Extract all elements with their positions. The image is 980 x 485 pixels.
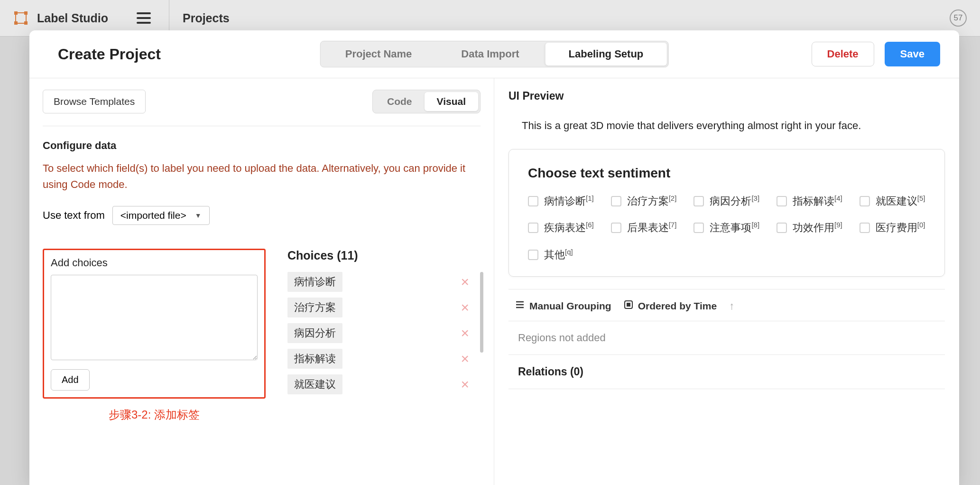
left-top-row: Browse Templates Code Visual [43,90,481,113]
chevron-down-icon: ▼ [195,212,202,219]
sentiment-option[interactable]: 病情诊断[1] [528,194,594,208]
toggle-visual[interactable]: Visual [425,92,478,111]
save-button[interactable]: Save [885,42,940,66]
choice-chip[interactable]: 治疗方案 [287,298,342,317]
delete-choice-icon[interactable]: × [461,377,469,392]
choice-row: 就医建议× [287,374,472,394]
logo-area: Label Studio [13,10,108,26]
modal-actions: Delete Save [812,42,940,66]
code-visual-toggle: Code Visual [372,90,481,113]
sentiment-option[interactable]: 注意事项[8] [693,221,759,235]
choices-textarea[interactable] [51,275,258,360]
choice-row: 病因分析× [287,323,472,343]
delete-button[interactable]: Delete [812,42,874,66]
create-project-modal: Create Project Project Name Data Import … [29,30,959,485]
checkbox-icon [693,196,704,206]
tab-project-name[interactable]: Project Name [321,41,437,67]
choice-chip[interactable]: 就医建议 [287,374,342,394]
tab-labeling-setup[interactable]: Labeling Setup [545,43,667,65]
ui-preview-panel: UI Preview This is a great 3D movie that… [494,78,959,485]
choice-row: 指标解读× [287,349,472,369]
regions-placeholder: Regions not added [508,321,945,355]
ui-preview-title: UI Preview [508,90,959,103]
logo-icon [13,10,28,26]
tab-data-import[interactable]: Data Import [436,41,544,67]
checkbox-icon [860,196,870,206]
checkbox-icon [860,223,870,233]
option-label: 医疗费用[0] [876,221,925,235]
use-text-select[interactable]: <imported file> ▼ [112,206,210,225]
choices-list-column: Choices (11) 病情诊断×治疗方案×病因分析×指标解读×就医建议× [287,249,481,422]
option-label: 疾病表述[6] [544,221,594,235]
checkbox-icon [611,223,621,233]
option-label: 指标解读[4] [793,194,842,208]
checkbox-icon [693,223,704,233]
configure-data-heading: Configure data [43,140,481,152]
option-label: 治疗方案[2] [627,194,677,208]
manual-grouping-label: Manual Grouping [529,300,611,312]
sentiment-option[interactable]: 其他[q] [528,248,573,262]
modal-tabs: Project Name Data Import Labeling Setup [320,41,669,67]
option-label: 后果表述[7] [627,221,677,235]
checkbox-icon [777,223,787,233]
choices-list: 病情诊断×治疗方案×病因分析×指标解读×就医建议× [287,272,481,394]
toggle-code[interactable]: Code [375,92,425,111]
add-choices-label: Add choices [51,257,258,269]
labeling-config-panel: Browse Templates Code Visual Configure d… [29,78,494,485]
breadcrumb[interactable]: Projects [183,11,230,25]
modal-title: Create Project [58,46,161,63]
add-choices-column: Add choices Add 步骤3-2: 添加标签 [43,249,266,422]
manual-grouping-button[interactable]: Manual Grouping [515,300,611,312]
sentiment-option[interactable]: 疾病表述[6] [528,221,594,235]
browse-templates-button[interactable]: Browse Templates [43,90,146,113]
choice-chip[interactable]: 指标解读 [287,349,342,369]
option-label: 其他[q] [544,248,573,262]
use-text-value: <imported file> [120,210,186,221]
choice-chip[interactable]: 病情诊断 [287,272,342,292]
sentiment-option[interactable]: 病因分析[3] [693,194,759,208]
modal-body: Browse Templates Code Visual Configure d… [29,78,959,485]
option-label: 功效作用[9] [793,221,842,235]
sentiment-card: Choose text sentiment 病情诊断[1]治疗方案[2]病因分析… [508,149,945,277]
sentiment-options: 病情诊断[1]治疗方案[2]病因分析[3]指标解读[4]就医建议[5]疾病表述[… [528,194,925,262]
svg-rect-12 [627,303,630,307]
sentiment-option[interactable]: 指标解读[4] [777,194,842,208]
relations-title[interactable]: Relations (0) [508,355,945,389]
choices-count-title: Choices (11) [287,249,481,262]
choice-chip[interactable]: 病因分析 [287,323,342,343]
preview-sample-text: This is a great 3D movie that delivers e… [508,120,959,132]
checkbox-icon [528,223,538,233]
checkbox-icon [528,196,538,206]
use-text-label: Use text from [43,209,105,222]
delete-choice-icon[interactable]: × [461,326,469,340]
arrow-up-icon[interactable]: ↑ [729,300,734,312]
add-button[interactable]: Add [51,369,90,391]
use-text-row: Use text from <imported file> ▼ [43,206,481,225]
modal-header: Create Project Project Name Data Import … [29,30,959,78]
option-label: 注意事项[8] [710,221,759,235]
app-title: Label Studio [37,11,108,25]
list-icon [515,300,525,311]
sentiment-option[interactable]: 医疗费用[0] [860,221,925,235]
sentiment-option[interactable]: 功效作用[9] [777,221,842,235]
ordered-by-time-label: Ordered by Time [638,300,717,312]
step-note: 步骤3-2: 添加标签 [43,407,266,422]
sentiment-option[interactable]: 后果表述[7] [611,221,677,235]
count-badge[interactable]: 57 [950,9,967,27]
option-label: 就医建议[5] [876,194,925,208]
ordered-by-time-button[interactable]: Ordered by Time [624,300,717,312]
hamburger-icon[interactable] [137,12,151,24]
delete-choice-icon[interactable]: × [461,300,469,315]
checkbox-icon [777,196,787,206]
checkbox-icon [528,250,538,260]
divider [43,126,481,126]
choice-row: 病情诊断× [287,272,472,292]
add-choices-box: Add choices Add [43,249,266,399]
option-label: 病因分析[3] [710,194,759,208]
scrollbar[interactable] [480,272,483,353]
clock-icon [624,300,633,312]
sentiment-option[interactable]: 治疗方案[2] [611,194,677,208]
delete-choice-icon[interactable]: × [461,275,469,289]
delete-choice-icon[interactable]: × [461,352,469,366]
sentiment-option[interactable]: 就医建议[5] [860,194,925,208]
